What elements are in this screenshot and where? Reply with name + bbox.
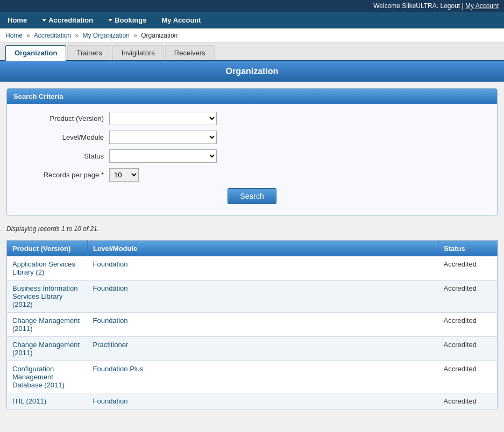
col-header-product: Product (Version) [7, 241, 88, 257]
table-row: Business Information Services Library (2… [7, 280, 498, 313]
product-link[interactable]: Change Management (2011) [12, 341, 80, 357]
records-select[interactable]: 10 25 50 100 [109, 168, 139, 182]
bookings-caret-icon [108, 19, 112, 21]
breadcrumb-home[interactable]: Home [5, 32, 23, 39]
search-criteria-header: Search Criteria [7, 89, 497, 104]
cell-level: Foundation [88, 256, 438, 280]
col-header-status: Status [438, 241, 498, 257]
breadcrumb-sep-3: » [133, 32, 137, 39]
breadcrumb-current: Organization [141, 32, 178, 39]
table-row: Configuration Management Database (2011)… [7, 361, 498, 393]
breadcrumb: Home » Accreditation » My Organization »… [0, 28, 504, 43]
required-marker: * [101, 171, 104, 179]
level-link[interactable]: Foundation [93, 316, 128, 325]
product-select[interactable] [109, 112, 217, 125]
nav-bookings[interactable]: Bookings [101, 12, 154, 28]
cell-status: Accredited [438, 337, 498, 361]
product-link[interactable]: Business Information Services Library (2… [12, 284, 77, 308]
cell-status: Accredited [438, 256, 498, 280]
product-link[interactable]: ITIL (2011) [12, 397, 46, 405]
breadcrumb-sep-1: » [26, 32, 30, 39]
records-label: Records per page * [18, 171, 109, 179]
table-row: ITIL (2011)FoundationAccredited [7, 393, 498, 409]
page-content: Organization Search Criteria Product (Ve… [0, 61, 504, 409]
tab-organization[interactable]: Organization [5, 45, 66, 61]
section-header: Organization [0, 61, 504, 82]
level-link[interactable]: Foundation [93, 260, 128, 268]
cell-status: Accredited [438, 313, 498, 337]
cell-level: Practitioner [88, 337, 438, 361]
tab-receivers[interactable]: Receivers [165, 45, 215, 60]
product-label: Product (Version) [18, 114, 109, 123]
level-link[interactable]: Practitioner [93, 341, 129, 349]
cell-product: Business Information Services Library (2… [7, 280, 88, 313]
cell-product: Configuration Management Database (2011) [7, 361, 88, 393]
search-criteria-box: Search Criteria Product (Version) Level/… [6, 88, 498, 215]
status-select[interactable] [109, 149, 217, 163]
cell-product: Application Services Library (2) [7, 256, 88, 280]
breadcrumb-sep-2: » [75, 32, 79, 39]
product-row: Product (Version) [18, 112, 486, 125]
search-form: Product (Version) Level/Module Status [7, 104, 497, 215]
nav-home[interactable]: Home [0, 12, 34, 28]
breadcrumb-accreditation[interactable]: Accreditation [34, 32, 71, 39]
results-table: Product (Version) Level/Module Status Ap… [6, 240, 498, 409]
level-row: Level/Module [18, 131, 486, 144]
cell-status: Accredited [438, 393, 498, 409]
table-row: Change Management (2011)FoundationAccred… [7, 313, 498, 337]
cell-level: Foundation [88, 280, 438, 313]
nav-my-account[interactable]: My Account [154, 12, 208, 28]
results-info: Displaying records 1 to 10 of 21. [0, 222, 504, 236]
col-header-level: Level/Module [88, 241, 438, 257]
accreditation-caret-icon [42, 19, 46, 21]
level-link[interactable]: Foundation Plus [93, 365, 144, 373]
tab-invigilators[interactable]: Invigilators [112, 45, 164, 60]
breadcrumb-my-organization[interactable]: My Organization [82, 32, 129, 39]
level-link[interactable]: Foundation [93, 397, 128, 405]
product-link[interactable]: Configuration Management Database (2011) [12, 365, 65, 389]
tabs-bar: Organization Trainers Invigilators Recei… [0, 43, 504, 61]
level-select[interactable] [109, 131, 217, 144]
tab-trainers[interactable]: Trainers [67, 45, 111, 60]
cell-level: Foundation Plus [88, 361, 438, 393]
nav-accreditation[interactable]: Accreditation [34, 12, 101, 28]
search-button-row: Search [18, 188, 486, 204]
my-account-topbar-link[interactable]: My Account [465, 2, 499, 10]
cell-product: Change Management (2011) [7, 337, 88, 361]
status-row: Status [18, 149, 486, 163]
cell-product: ITIL (2011) [7, 393, 88, 409]
cell-status: Accredited [438, 280, 498, 313]
table-row: Change Management (2011)PractitionerAccr… [7, 337, 498, 361]
product-link[interactable]: Application Services Library (2) [12, 260, 75, 276]
top-bar: Welcome SlikeULTRA. Logout | My Account [0, 0, 504, 12]
product-link[interactable]: Change Management (2011) [12, 316, 80, 333]
level-link[interactable]: Foundation [93, 284, 128, 292]
cell-level: Foundation [88, 393, 438, 409]
welcome-text: Welcome SlikeULTRA. Logout | [373, 2, 463, 10]
status-label: Status [18, 152, 109, 160]
search-button[interactable]: Search [228, 188, 276, 204]
cell-status: Accredited [438, 361, 498, 393]
cell-level: Foundation [88, 313, 438, 337]
nav-bar: Home Accreditation Bookings My Account [0, 12, 504, 28]
records-row: Records per page * 10 25 50 100 [18, 168, 486, 182]
cell-product: Change Management (2011) [7, 313, 88, 337]
level-label: Level/Module [18, 133, 109, 141]
table-row: Application Services Library (2)Foundati… [7, 256, 498, 280]
